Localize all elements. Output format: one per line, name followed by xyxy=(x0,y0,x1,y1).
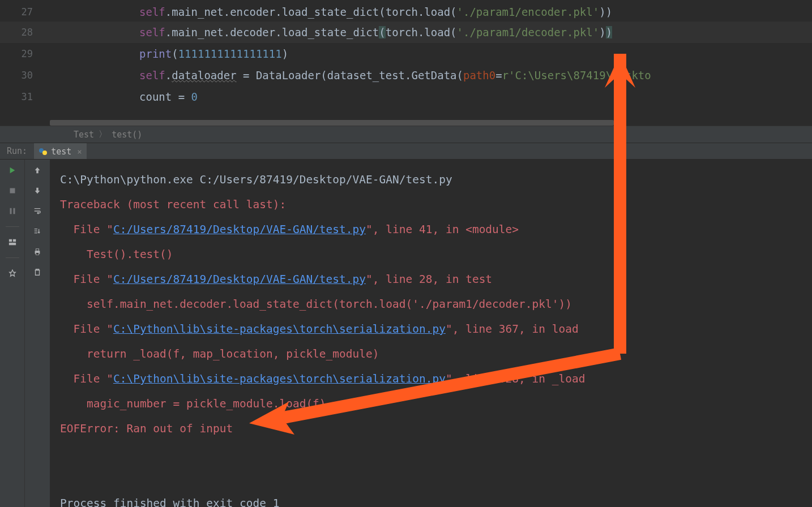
code-line-28[interactable]: self.main_net.decoder.load_state_dict(to… xyxy=(50,26,612,38)
breadcrumb[interactable]: Test 〉 test() xyxy=(0,126,812,143)
svg-rect-2 xyxy=(10,188,15,194)
up-arrow-icon[interactable] xyxy=(32,165,42,175)
run-tab-bar: Run: test × xyxy=(0,143,812,160)
breadcrumb-method[interactable]: test() xyxy=(112,130,142,140)
code-line-31[interactable]: count = 0 xyxy=(50,91,198,103)
code-text: ) xyxy=(282,48,288,60)
string-literal: './param1/decoder.pkl' xyxy=(457,26,600,38)
toolbar-divider xyxy=(6,257,19,258)
run-label: Run: xyxy=(0,146,34,156)
svg-rect-5 xyxy=(8,239,11,242)
run-config-tab[interactable]: test × xyxy=(34,143,87,159)
traceback-lineno: ", line 367, in load xyxy=(446,323,579,336)
param-name: path0 xyxy=(463,69,495,81)
traceback-code: Test().test() xyxy=(60,248,173,261)
traceback-file-prefix: File " xyxy=(60,223,113,236)
print-icon[interactable] xyxy=(32,247,42,257)
code-line-27[interactable]: self.main_net.encoder.load_state_dict(to… xyxy=(50,6,612,18)
python-file-icon xyxy=(39,147,48,156)
traceback-header: Traceback (most recent call last): xyxy=(60,198,286,211)
line-number: 31 xyxy=(0,91,50,102)
traceback-code: return _load(f, map_location, pickle_mod… xyxy=(60,347,379,360)
close-icon[interactable]: × xyxy=(77,147,82,156)
code-editor[interactable]: 27 self.main_net.encoder.load_state_dict… xyxy=(0,0,812,126)
string-literal: './param1/encoder.pkl' xyxy=(457,6,600,18)
builtin-print: print xyxy=(139,48,172,60)
line-number: 27 xyxy=(0,6,50,18)
svg-rect-7 xyxy=(8,243,15,245)
code-text: . xyxy=(165,69,172,81)
code-text: = DataLoader(dataset_test.GetData( xyxy=(237,69,463,81)
file-link[interactable]: C:\Python\lib\site-packages\torch\serial… xyxy=(113,372,446,385)
traceback-file-prefix: File " xyxy=(60,372,113,385)
trash-icon[interactable] xyxy=(32,267,42,277)
code-line-30[interactable]: self.dataloader = DataLoader(dataset_tes… xyxy=(50,69,651,81)
svg-rect-4 xyxy=(13,208,15,214)
svg-point-1 xyxy=(42,151,47,155)
code-text: .main_net.encoder.load_state_dict(torch.… xyxy=(165,6,457,18)
traceback-code: self.main_net.decoder.load_state_dict(to… xyxy=(60,298,572,311)
run-toolbar-primary xyxy=(0,160,25,507)
toolbar-divider xyxy=(6,226,19,227)
scrollbar-thumb[interactable] xyxy=(50,120,614,126)
rerun-icon[interactable] xyxy=(7,165,18,175)
stop-icon[interactable] xyxy=(7,186,18,196)
down-arrow-icon[interactable] xyxy=(32,186,42,196)
code-text: count = xyxy=(139,91,191,103)
console-command: C:\Python\python.exe C:/Users/87419/Desk… xyxy=(60,173,452,186)
number-literal: 0 xyxy=(191,91,198,103)
svg-rect-10 xyxy=(36,253,39,255)
file-link[interactable]: C:/Users/87419/Desktop/VAE-GAN/test.py xyxy=(113,223,366,236)
console-output[interactable]: C:\Python\python.exe C:/Users/87419/Desk… xyxy=(50,160,812,507)
file-link[interactable]: C:\Python\lib\site-packages\torch\serial… xyxy=(113,323,446,336)
string-prefix: r xyxy=(502,69,508,81)
string-literal: 'C:\Users\87419\Deskto xyxy=(508,69,651,81)
code-text: torch.load( xyxy=(386,26,457,38)
svg-rect-6 xyxy=(12,239,15,242)
traceback-file-prefix: File " xyxy=(60,323,113,336)
paren-highlight: ) xyxy=(606,26,612,38)
traceback-file-prefix: File " xyxy=(60,273,113,286)
keyword-self: self xyxy=(139,69,165,81)
breadcrumb-separator: 〉 xyxy=(99,129,107,140)
run-toolbar-secondary xyxy=(25,160,50,507)
layout-icon[interactable] xyxy=(7,237,18,247)
code-line-29[interactable]: print(1111111111111111) xyxy=(50,48,288,60)
horizontal-scrollbar[interactable] xyxy=(50,120,812,126)
traceback-lineno: ", line 528, in _load xyxy=(446,372,586,385)
line-number: 28 xyxy=(0,27,50,38)
traceback-lineno: ", line 41, in <module> xyxy=(366,223,519,236)
code-text: ( xyxy=(172,48,178,60)
exit-message: Process finished with exit code 1 xyxy=(60,497,279,507)
traceback-lineno: ", line 28, in test xyxy=(366,273,492,286)
keyword-self: self xyxy=(139,6,165,18)
pause-icon[interactable] xyxy=(7,206,18,216)
number-literal: 1111111111111111 xyxy=(178,48,282,60)
breadcrumb-class[interactable]: Test xyxy=(74,130,94,140)
warn-ident: dataloader xyxy=(172,69,236,81)
svg-rect-9 xyxy=(36,249,39,251)
error-message: EOFError: Ran out of input xyxy=(60,422,233,435)
code-text: = xyxy=(495,69,502,81)
scroll-to-end-icon[interactable] xyxy=(32,226,42,237)
line-number: 30 xyxy=(0,70,50,81)
traceback-code: magic_number = pickle_module.load(f) xyxy=(60,397,326,410)
line-number: 29 xyxy=(0,48,50,59)
svg-rect-3 xyxy=(10,208,11,214)
pin-icon[interactable] xyxy=(7,268,18,278)
keyword-self: self xyxy=(139,26,165,38)
code-text: .main_net.decoder.load_state_dict xyxy=(165,26,379,38)
file-link[interactable]: C:/Users/87419/Desktop/VAE-GAN/test.py xyxy=(113,273,366,286)
code-text: ) xyxy=(599,26,605,38)
soft-wrap-icon[interactable] xyxy=(32,206,42,216)
code-text: )) xyxy=(599,6,612,18)
paren-highlight: ( xyxy=(379,26,385,38)
tab-label: test xyxy=(51,147,71,157)
